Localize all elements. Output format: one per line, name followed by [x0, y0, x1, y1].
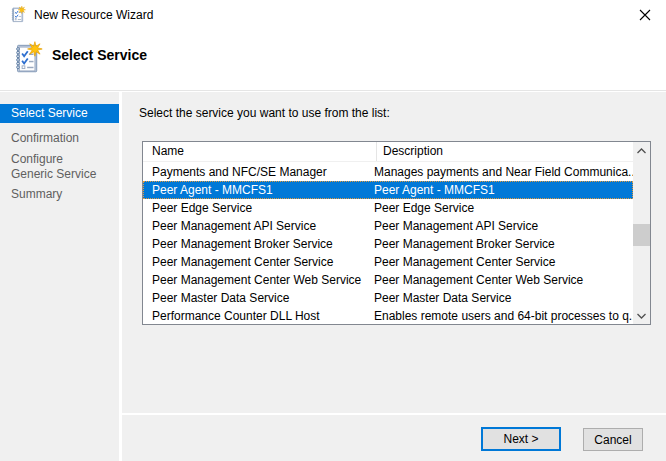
- service-list[interactable]: Name Description Payments and NFC/SE Man…: [142, 141, 651, 325]
- next-button[interactable]: Next >: [481, 427, 561, 451]
- service-description: Peer Management API Service: [374, 217, 633, 235]
- sidebar-item-select-service[interactable]: Select Service: [0, 104, 119, 123]
- page-title: Select Service: [52, 47, 147, 63]
- chevron-up-icon: [637, 148, 646, 154]
- wizard-header: Select Service: [0, 30, 666, 91]
- service-name: Peer Master Data Service: [143, 289, 374, 307]
- wizard-app-icon: [10, 6, 27, 24]
- wizard-page-icon: [13, 41, 44, 77]
- service-name: Peer Management Center Web Service: [143, 271, 374, 289]
- service-name: Peer Edge Service: [143, 199, 374, 217]
- service-row[interactable]: Peer Master Data Service Peer Master Dat…: [143, 289, 633, 307]
- list-header: Name Description: [143, 142, 633, 162]
- service-description: Peer Management Broker Service: [374, 235, 633, 253]
- column-header-description[interactable]: Description: [377, 142, 633, 161]
- sidebar-divider: [119, 92, 122, 461]
- close-button[interactable]: [630, 0, 660, 30]
- service-description: Peer Management Center Web Service: [374, 271, 633, 289]
- service-name: Peer Agent - MMCFS1: [143, 181, 374, 199]
- title-bar: New Resource Wizard: [0, 0, 666, 30]
- scroll-down-button[interactable]: [633, 307, 650, 324]
- scrollbar-thumb[interactable]: [633, 224, 650, 246]
- service-name: Peer Management API Service: [143, 217, 374, 235]
- instruction-text: Select the service you want to use from …: [139, 106, 390, 120]
- service-description: Peer Management Center Service: [374, 253, 633, 271]
- service-description: Peer Edge Service: [374, 199, 633, 217]
- service-description: Manages payments and Near Field Communic…: [374, 163, 633, 181]
- service-description: Peer Agent - MMCFS1: [374, 181, 633, 199]
- service-name: Peer Management Center Service: [143, 253, 374, 271]
- service-row[interactable]: Performance Counter DLL Host Enables rem…: [143, 307, 633, 325]
- close-icon: [639, 9, 651, 21]
- sidebar-item-confirmation: Confirmation: [0, 131, 119, 146]
- service-row[interactable]: Payments and NFC/SE Manager Manages paym…: [143, 163, 633, 181]
- list-rows: Payments and NFC/SE Manager Manages paym…: [143, 163, 633, 325]
- wizard-steps-sidebar: Select Service Confirmation Configure Ge…: [0, 92, 119, 461]
- service-row[interactable]: Peer Management Center Web Service Peer …: [143, 271, 633, 289]
- service-row[interactable]: Peer Management API Service Peer Managem…: [143, 217, 633, 235]
- new-resource-wizard-dialog: New Resource Wizard Select Service Selec…: [0, 0, 666, 461]
- service-description: Peer Master Data Service: [374, 289, 633, 307]
- service-name: Payments and NFC/SE Manager: [143, 163, 374, 181]
- service-row[interactable]: Peer Management Broker Service Peer Mana…: [143, 235, 633, 253]
- service-row[interactable]: Peer Edge Service Peer Edge Service: [143, 199, 633, 217]
- service-name: Peer Management Broker Service: [143, 235, 374, 253]
- window-title: New Resource Wizard: [34, 8, 153, 22]
- service-description: Enables remote users and 64-bit processe…: [374, 307, 633, 325]
- column-header-name[interactable]: Name: [143, 142, 377, 161]
- cancel-button[interactable]: Cancel: [583, 428, 643, 451]
- chevron-down-icon: [637, 313, 646, 319]
- sidebar-item-configure-generic-service: Configure Generic Service: [0, 152, 105, 182]
- scroll-up-button[interactable]: [633, 142, 650, 159]
- vertical-scrollbar[interactable]: [633, 142, 650, 324]
- service-name: Performance Counter DLL Host: [143, 307, 374, 325]
- button-area-divider: [122, 413, 666, 415]
- service-row[interactable]: Peer Management Center Service Peer Mana…: [143, 253, 633, 271]
- sidebar-item-summary: Summary: [0, 187, 119, 202]
- service-row[interactable]: Peer Agent - MMCFS1 Peer Agent - MMCFS1: [143, 181, 633, 199]
